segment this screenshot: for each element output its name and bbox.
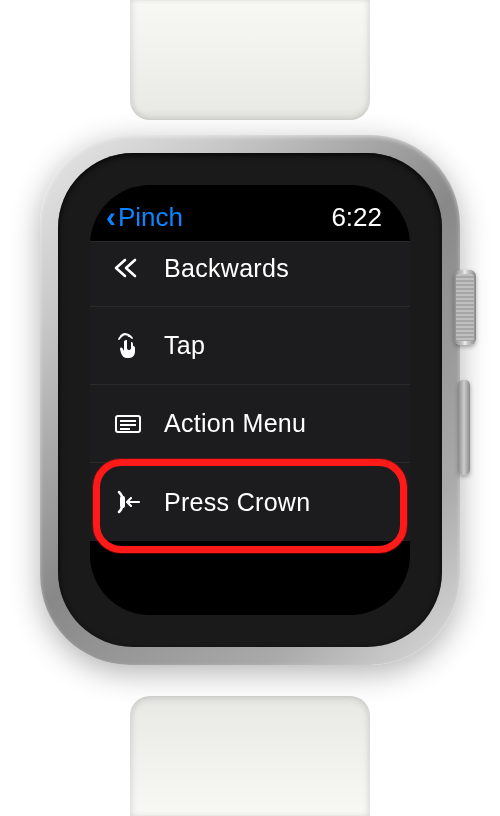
list-item-label: Press Crown [164,488,310,517]
backwards-icon [112,252,144,284]
settings-list: Backwards Tap [90,241,410,541]
list-item-label: Tap [164,331,205,360]
side-button[interactable] [458,380,470,475]
press-crown-icon [112,486,144,518]
list-item-press-crown[interactable]: Press Crown [90,463,410,541]
status-bar: ‹ Pinch 6:22 [90,185,410,241]
digital-crown[interactable] [454,270,476,345]
time-label: 6:22 [331,202,382,233]
chevron-left-icon: ‹ [106,200,116,234]
svg-rect-4 [120,496,125,508]
back-label: Pinch [118,202,183,233]
list-item-tap[interactable]: Tap [90,307,410,385]
watch-band-bottom [130,696,370,816]
back-button[interactable]: ‹ Pinch [106,200,183,234]
watch-band-top [130,0,370,120]
list-item-backwards[interactable]: Backwards [90,241,410,307]
watch-bezel: ‹ Pinch 6:22 Backwards [58,153,442,647]
list-item-label: Action Menu [164,409,306,438]
list-item-label: Backwards [164,254,289,283]
watch-case: ‹ Pinch 6:22 Backwards [40,135,460,665]
action-menu-icon [112,408,144,440]
watch-screen: ‹ Pinch 6:22 Backwards [90,185,410,615]
tap-icon [112,330,144,362]
list-item-action-menu[interactable]: Action Menu [90,385,410,463]
